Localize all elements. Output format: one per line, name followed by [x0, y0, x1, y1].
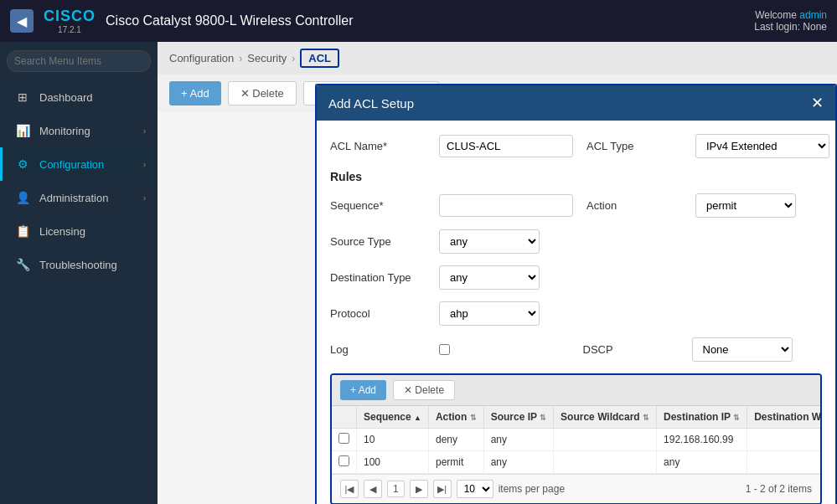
last-page-button[interactable]: ▶|: [433, 480, 452, 498]
search-input[interactable]: [7, 50, 151, 72]
col-sequence: Sequence ▲: [357, 406, 429, 429]
destination-type-label: Destination Type: [330, 271, 431, 284]
header: ◀ CISCO 17.2.1 Cisco Catalyst 9800-L Wir…: [0, 0, 837, 42]
source-type-select[interactable]: any host network: [439, 229, 540, 254]
administration-icon: 👤: [14, 189, 31, 206]
log-label: Log: [330, 343, 431, 356]
table-delete-button[interactable]: ✕ Delete: [393, 380, 455, 400]
sidebar-item-troubleshooting[interactable]: 🔧 Troubleshooting: [0, 248, 158, 281]
cell-action: permit: [428, 451, 483, 474]
action-group: Action permit deny: [586, 193, 822, 218]
main-content: Configuration › Security › ACL + Add ✕ D…: [158, 42, 837, 504]
col-destination-wildcard: Destination Wildcard ⇅: [747, 406, 822, 429]
sort-up-icon: ▲: [414, 414, 421, 422]
sidebar-item-configuration[interactable]: ⚙ Configuration ›: [0, 147, 158, 181]
add-button[interactable]: + Add: [169, 81, 221, 105]
breadcrumb-configuration[interactable]: Configuration: [169, 52, 234, 64]
welcome-text: Welcome admin: [754, 9, 827, 21]
sequence-group: Sequence*: [330, 194, 573, 217]
acl-type-label: ACL Type: [586, 140, 687, 152]
breadcrumb-security[interactable]: Security: [247, 52, 287, 64]
log-checkbox[interactable]: [439, 344, 450, 355]
table-header-row: Sequence ▲ Action ⇅ Source IP ⇅ Source W…: [332, 406, 822, 429]
breadcrumb-separator: ›: [292, 53, 295, 64]
prev-page-button[interactable]: ◀: [364, 480, 382, 498]
protocol-select[interactable]: ahp tcp udp ip icmp: [439, 301, 540, 326]
back-button[interactable]: ◀: [10, 9, 34, 33]
pagination-range: 1 - 2 of 2 items: [746, 483, 812, 495]
chevron-right-icon: ›: [143, 160, 146, 169]
row-checkbox[interactable]: [338, 433, 349, 444]
sidebar-item-label: Dashboard: [39, 91, 146, 104]
dscp-label: DSCP: [583, 343, 684, 356]
pagination-left: |◀ ◀ 1 ▶ ▶| 10 25 50 items per p: [340, 480, 565, 498]
chevron-right-icon: ›: [143, 193, 146, 203]
configuration-icon: ⚙: [14, 156, 31, 172]
sort-icon: ⇅: [540, 414, 546, 422]
action-select[interactable]: permit deny: [695, 193, 796, 218]
first-page-button[interactable]: |◀: [340, 480, 359, 498]
source-type-label: Source Type: [330, 235, 431, 248]
breadcrumb-acl[interactable]: ACL: [300, 49, 339, 68]
acl-type-select[interactable]: IPv4 Extended IPv4 Standard IPv6: [695, 134, 829, 158]
next-page-button[interactable]: ▶: [410, 480, 428, 498]
table-toolbar: + Add ✕ Delete: [332, 375, 820, 406]
sidebar-item-monitoring[interactable]: 📊 Monitoring ›: [0, 114, 158, 147]
protocol-group: Protocol ahp tcp udp ip icmp: [330, 301, 822, 326]
rules-section-title: Rules: [330, 170, 822, 183]
items-per-page-select[interactable]: 10 25 50: [457, 480, 493, 498]
modal-body: ACL Name* ACL Type IPv4 Extended IPv4 St…: [317, 121, 835, 504]
add-acl-modal: Add ACL Setup ✕ ACL Name* ACL Type: [315, 84, 837, 504]
destination-type-select[interactable]: any host network: [439, 265, 540, 290]
sidebar-item-label: Administration: [39, 192, 143, 204]
modal-close-button[interactable]: ✕: [811, 94, 824, 112]
col-source-wildcard: Source Wildcard ⇅: [554, 406, 657, 429]
protocol-row: Protocol ahp tcp udp ip icmp: [330, 301, 822, 326]
sidebar-item-dashboard[interactable]: ⊞ Dashboard: [0, 80, 158, 114]
sidebar-item-licensing[interactable]: 📋 Licensing: [0, 214, 158, 248]
app-title: Cisco Catalyst 9800-L Wireless Controlle…: [106, 13, 354, 28]
cell-source-ip: any: [483, 429, 553, 451]
acl-type-group: ACL Type IPv4 Extended IPv4 Standard IPv…: [586, 134, 829, 158]
sequence-label: Sequence*: [330, 199, 431, 212]
search-box: [0, 42, 158, 80]
items-per-page-label: items per page: [499, 483, 565, 495]
cell-destination-ip: 192.168.160.99: [657, 429, 747, 451]
sequence-action-row: Sequence* Action permit deny: [330, 193, 822, 218]
header-right: Welcome admin Last login: None: [754, 9, 827, 33]
cell-sequence: 10: [357, 429, 429, 451]
sort-icon: ⇅: [733, 414, 740, 422]
sidebar: ⊞ Dashboard 📊 Monitoring › ⚙ Configurati…: [0, 42, 158, 504]
brand-name: CISCO: [44, 8, 96, 25]
modal-header: Add ACL Setup ✕: [317, 85, 835, 121]
header-left: ◀ CISCO 17.2.1 Cisco Catalyst 9800-L Wir…: [10, 8, 354, 34]
sidebar-item-label: Licensing: [39, 225, 146, 238]
cell-source-wildcard: [554, 451, 657, 474]
col-source-ip: Source IP ⇅: [483, 406, 553, 429]
table-pagination: |◀ ◀ 1 ▶ ▶| 10 25 50 items per p: [332, 474, 820, 503]
acl-rules-table: Sequence ▲ Action ⇅ Source IP ⇅ Source W…: [332, 406, 822, 474]
sort-icon: ⇅: [470, 414, 477, 422]
dashboard-icon: ⊞: [14, 89, 31, 105]
cell-destination-ip: any: [657, 451, 747, 474]
rules-table-section: + Add ✕ Delete Sequence ▲ Action ⇅ Sourc…: [330, 373, 822, 504]
breadcrumb-separator: ›: [239, 53, 242, 64]
source-type-group: Source Type any host network: [330, 229, 822, 254]
sidebar-item-administration[interactable]: 👤 Administration ›: [0, 181, 158, 214]
licensing-icon: 📋: [14, 223, 31, 239]
source-type-row: Source Type any host network: [330, 229, 822, 254]
cisco-logo: CISCO 17.2.1: [44, 8, 96, 34]
cell-destination-wildcard: [747, 429, 822, 451]
log-group: Log: [330, 343, 570, 356]
acl-name-input[interactable]: [439, 135, 573, 157]
table-add-button[interactable]: + Add: [340, 380, 386, 400]
delete-button[interactable]: ✕ Delete: [228, 81, 297, 105]
chevron-right-icon: ›: [143, 126, 146, 136]
row-checkbox[interactable]: [338, 455, 349, 466]
cell-sequence: 100: [357, 451, 429, 474]
cell-source-ip: any: [483, 451, 553, 474]
sidebar-item-label: Troubleshooting: [39, 259, 146, 271]
sequence-input[interactable]: [439, 194, 573, 217]
dscp-select[interactable]: None af11 ef cs1: [692, 337, 793, 362]
monitoring-icon: 📊: [14, 122, 31, 139]
